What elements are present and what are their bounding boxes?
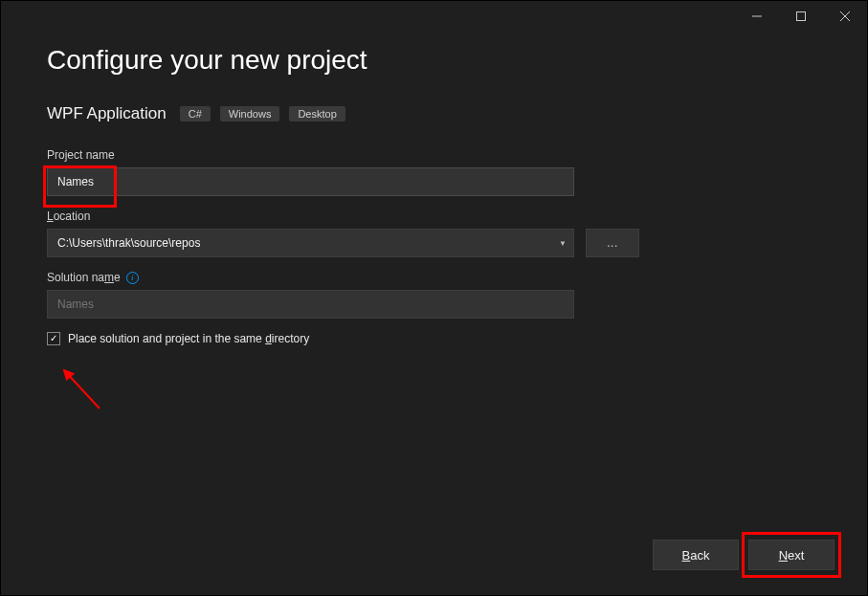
maximize-button[interactable] [779, 1, 823, 32]
dialog-content: Configure your new project WPF Applicati… [1, 32, 867, 345]
location-input[interactable] [47, 229, 574, 257]
template-tag: Desktop [289, 106, 345, 121]
same-directory-row: Place solution and project in the same d… [47, 332, 821, 345]
project-name-label: Project name [47, 148, 821, 162]
location-label: Location [47, 210, 821, 223]
project-name-field: Project name [47, 148, 821, 196]
info-icon[interactable]: i [126, 272, 139, 284]
project-name-input[interactable] [47, 167, 574, 196]
wizard-footer: Back Next [653, 540, 835, 570]
template-header: WPF Application C# Windows Desktop [47, 104, 821, 123]
svg-line-4 [64, 370, 100, 408]
minimize-button[interactable] [735, 1, 779, 32]
template-tag: Windows [220, 106, 280, 121]
template-name: WPF Application [47, 104, 167, 123]
same-directory-checkbox[interactable] [47, 332, 60, 345]
next-button[interactable]: Next [748, 540, 835, 570]
page-title: Configure your new project [47, 45, 821, 76]
annotation-arrow-icon [56, 365, 104, 413]
browse-button[interactable]: ... [586, 229, 639, 257]
location-combo[interactable]: ▼ [47, 229, 574, 257]
same-directory-label: Place solution and project in the same d… [68, 332, 309, 345]
close-button[interactable] [823, 1, 867, 32]
solution-name-input [47, 290, 574, 319]
back-button[interactable]: Back [653, 540, 739, 570]
template-tag: C# [180, 106, 211, 121]
svg-rect-1 [797, 12, 806, 21]
titlebar [1, 1, 867, 32]
solution-name-field: Solution name i [47, 271, 821, 319]
location-field: Location ▼ ... [47, 210, 821, 257]
solution-name-label: Solution name i [47, 271, 821, 284]
